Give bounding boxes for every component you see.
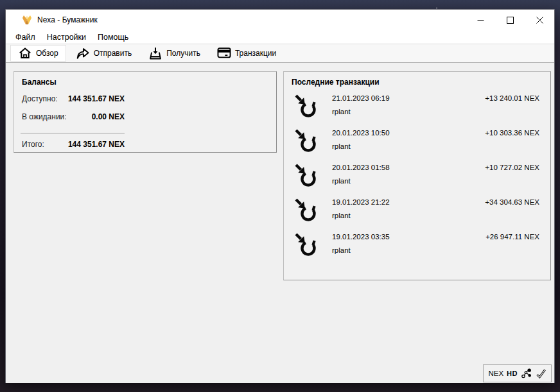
transaction-info: 21.01.2023 06:19 rplant [332, 90, 485, 115]
transaction-row[interactable]: 20.01.2023 01:58 rplant +10 727.02 NEX [292, 160, 550, 194]
balance-label: Доступно: [22, 94, 58, 103]
window-controls [466, 10, 554, 30]
tab-receive-label: Получить [166, 49, 200, 58]
recent-transactions-title: Последние транзакции [292, 78, 550, 87]
transaction-info: 19.01.2023 21:22 rplant [332, 194, 485, 219]
tab-receive[interactable]: Получить [141, 45, 207, 62]
received-transaction-icon [293, 196, 319, 223]
transaction-date: 20.01.2023 01:58 [332, 164, 485, 171]
transaction-address-label: rplant [332, 142, 485, 150]
receive-tray-icon [148, 47, 162, 60]
tab-transactions[interactable]: Транзакции [210, 45, 283, 62]
transaction-date: 20.01.2023 10:50 [332, 129, 485, 137]
tab-overview-label: Обзор [36, 49, 58, 58]
transaction-address-label: rplant [332, 246, 486, 254]
transaction-address-label: rplant [332, 212, 485, 219]
menu-file[interactable]: Файл [10, 31, 41, 43]
window-title: Nexa - Бумажник [37, 15, 98, 24]
transaction-date: 19.01.2023 03:35 [332, 233, 486, 241]
received-transaction-icon [293, 231, 319, 258]
menu-settings[interactable]: Настройки [41, 31, 92, 43]
balance-row-pending: В ожидании: 0.00 NEX [22, 112, 125, 130]
transaction-info: 20.01.2023 10:50 rplant [332, 125, 485, 150]
transaction-amount: +13 240.01 NEX [485, 90, 539, 102]
wallet-window: Nexa - Бумажник Файл Настройки Помощь [5, 9, 555, 383]
recent-transactions-panel: Последние транзакции 21.01.2023 06:19 rp [283, 71, 551, 280]
transaction-date: 21.01.2023 06:19 [332, 94, 485, 102]
menu-help[interactable]: Помощь [92, 31, 134, 43]
tab-transactions-label: Транзакции [235, 49, 276, 58]
received-transaction-icon [293, 127, 319, 154]
divider [21, 133, 125, 133]
transaction-amount: +34 304.63 NEX [485, 194, 539, 206]
transaction-amount: +10 727.02 NEX [485, 160, 539, 171]
maximize-button[interactable] [495, 10, 525, 30]
sync-check-icon [536, 368, 547, 379]
network-connections-icon [521, 368, 532, 379]
titlebar[interactable]: Nexa - Бумажник [6, 10, 554, 30]
balance-value: 144 351.67 NEX [68, 140, 125, 149]
toolbar: Обзор Отправить Получить [6, 44, 554, 63]
menubar: Файл Настройки Помощь [6, 30, 554, 44]
balance-rows: Доступно: 144 351.67 NEX В ожидании: 0.0… [22, 94, 125, 158]
hd-badge: HD [507, 370, 518, 377]
balances-panel: Балансы Доступно: 144 351.67 NEX В ожида… [13, 71, 277, 153]
credit-card-icon [217, 47, 231, 60]
balance-value: 144 351.67 NEX [68, 94, 125, 103]
transaction-amount: +10 303.36 NEX [485, 125, 539, 137]
tab-overview[interactable]: Обзор [10, 45, 66, 62]
transactions-list: 21.01.2023 06:19 rplant +13 240.01 NEX [292, 90, 550, 264]
balance-label: В ожидании: [22, 112, 67, 121]
close-button[interactable] [525, 10, 554, 30]
transaction-date: 19.01.2023 21:22 [332, 198, 485, 206]
tab-send-label: Отправить [94, 49, 132, 58]
desktop: { "window": { "title": "Nexa - Бумажник"… [0, 0, 560, 392]
transaction-address-label: rplant [332, 108, 485, 115]
transaction-info: 19.01.2023 03:35 rplant [332, 229, 486, 254]
transaction-row[interactable]: 19.01.2023 21:22 rplant +34 304.63 NEX [292, 194, 550, 229]
transaction-info: 20.01.2023 01:58 rplant [332, 160, 485, 185]
main-content: Балансы Доступно: 144 351.67 NEX В ожида… [6, 63, 554, 383]
balances-title: Балансы [22, 78, 276, 87]
received-transaction-icon [293, 162, 319, 189]
minimize-button[interactable] [466, 10, 495, 30]
status-bar: NEX HD [483, 364, 552, 382]
transaction-row[interactable]: 21.01.2023 06:19 rplant +13 240.01 NEX [292, 90, 550, 125]
transaction-row[interactable]: 19.01.2023 03:35 rplant +26 947.11 NEX [292, 229, 550, 264]
send-arrow-icon [76, 47, 90, 60]
transaction-row[interactable]: 20.01.2023 10:50 rplant +10 303.36 NEX [292, 125, 550, 160]
balance-row-available: Доступно: 144 351.67 NEX [22, 94, 125, 112]
balance-row-total: Итого: 144 351.67 NEX [22, 140, 125, 158]
nexa-logo-icon [22, 15, 32, 25]
balance-value: 0.00 NEX [92, 112, 125, 121]
tab-send[interactable]: Отправить [69, 45, 139, 62]
transaction-address-label: rplant [332, 177, 485, 185]
home-icon [18, 47, 32, 60]
unit-label[interactable]: NEX [488, 370, 503, 377]
received-transaction-icon [293, 92, 319, 119]
transaction-amount: +26 947.11 NEX [486, 229, 539, 241]
balance-label: Итого: [22, 140, 44, 149]
